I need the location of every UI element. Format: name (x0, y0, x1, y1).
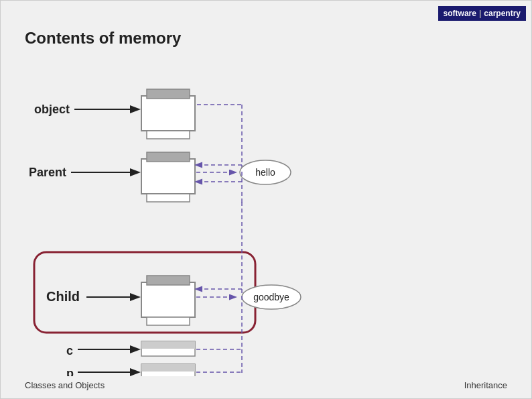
svg-text:c: c (66, 344, 73, 357)
svg-rect-32 (141, 341, 195, 349)
bottom-right-label: Inheritance (464, 380, 507, 390)
svg-text:Parent: Parent (29, 166, 66, 179)
logo-software: software (444, 9, 476, 18)
svg-text:object: object (34, 103, 70, 116)
logo: software | carpentry (438, 6, 526, 21)
svg-rect-11 (147, 194, 190, 202)
diagram: object Parent hel (14, 54, 517, 376)
logo-divider: | (479, 9, 481, 18)
svg-text:p: p (66, 367, 74, 376)
svg-text:hello: hello (255, 167, 275, 178)
logo-carpentry: carpentry (484, 9, 521, 18)
svg-rect-37 (141, 364, 195, 372)
svg-rect-10 (147, 152, 190, 162)
bottom-left-label: Classes and Objects (25, 380, 105, 390)
svg-rect-3 (147, 89, 190, 99)
svg-text:goodbye: goodbye (253, 292, 289, 302)
svg-rect-9 (141, 159, 195, 194)
svg-rect-22 (147, 317, 190, 325)
svg-rect-20 (141, 282, 195, 317)
svg-rect-21 (147, 276, 190, 285)
svg-rect-4 (147, 131, 190, 139)
svg-rect-2 (141, 96, 195, 131)
page-title: Contents of memory (25, 29, 181, 48)
slide: software | carpentry Contents of memory … (0, 0, 532, 399)
svg-text:Child: Child (46, 289, 80, 304)
